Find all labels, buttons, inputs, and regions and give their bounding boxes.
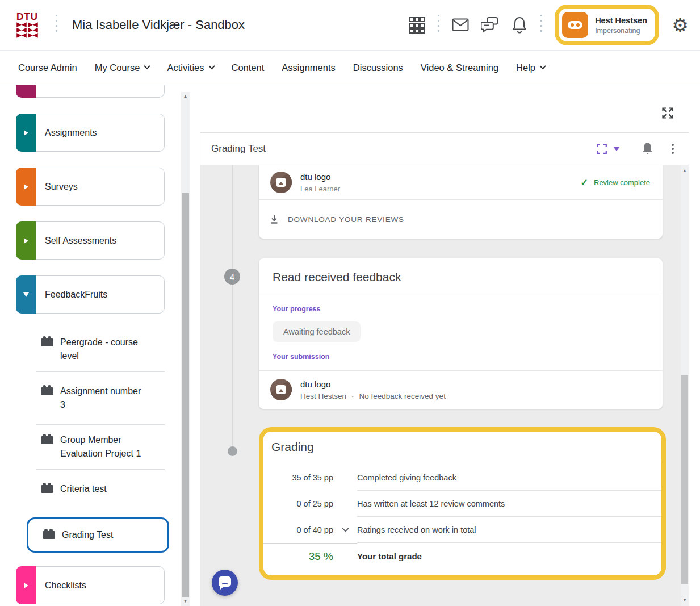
brick-icon bbox=[43, 531, 55, 539]
fullscreen-dropdown-button[interactable] bbox=[597, 144, 620, 154]
grading-card: Grading 35 of 35 pp Completed giving fee… bbox=[263, 432, 661, 575]
reviewee-name: Lea Learner bbox=[300, 185, 340, 193]
sidebar-card-label: Self Assessments bbox=[45, 236, 116, 246]
notification-bell-icon[interactable] bbox=[511, 16, 528, 34]
dtu-logo-text: DTU bbox=[16, 12, 38, 22]
more-options-kebab-icon[interactable] bbox=[669, 141, 676, 156]
header-divider-left bbox=[56, 15, 57, 35]
sidebar-card-feedbackfruits[interactable]: FeedbackFruits bbox=[16, 275, 165, 314]
sidebar-scrollbar[interactable]: ▲ ▼ bbox=[181, 92, 190, 606]
mail-icon[interactable] bbox=[452, 16, 469, 34]
main-content: Grading Test bbox=[191, 85, 700, 606]
sidebar-item-peergrade-course-level[interactable]: Peergrade - course level bbox=[36, 327, 165, 372]
sidebar-item-assignment-number-3[interactable]: Assignment number 3 bbox=[36, 372, 165, 425]
download-icon bbox=[270, 215, 279, 224]
total-grade-value: 35 % bbox=[263, 543, 333, 571]
sidebar-card-label: Checklists bbox=[45, 580, 86, 591]
sidebar-item-grading-test-selected[interactable]: Grading Test bbox=[27, 517, 169, 553]
panel-scrollbar[interactable]: ▲ ▼ bbox=[681, 165, 689, 606]
scrollbar-thumb[interactable] bbox=[681, 375, 688, 584]
collapse-arrow-icon[interactable] bbox=[16, 275, 36, 314]
sidebar-card-label: Surveys bbox=[45, 182, 78, 192]
sidebar-card-surveys[interactable]: Surveys bbox=[16, 168, 165, 206]
nav-discussions[interactable]: Discussions bbox=[353, 62, 403, 73]
header-actions: Hest Hestsen Impersonating ⚙ bbox=[408, 5, 689, 45]
impersonation-status: Impersonating bbox=[595, 27, 647, 35]
nav-course-admin[interactable]: Course Admin bbox=[18, 62, 77, 73]
settings-gear-icon[interactable]: ⚙ bbox=[672, 16, 689, 34]
dtu-logo-waves bbox=[16, 22, 39, 39]
criterion-description: Completed giving feedback bbox=[357, 465, 661, 491]
grading-step-marker bbox=[228, 446, 237, 456]
header-divider-icons-1 bbox=[438, 15, 439, 35]
chat-icon[interactable] bbox=[481, 16, 498, 34]
expand-arrow-icon[interactable] bbox=[16, 168, 36, 206]
sidebar-card-checklists[interactable]: Checklists bbox=[16, 566, 165, 604]
grading-row: 35 of 35 pp Completed giving feedback bbox=[263, 465, 661, 491]
sidebar-item-criteria-test[interactable]: Criteria test bbox=[36, 470, 165, 508]
expand-arrow-icon[interactable] bbox=[16, 566, 36, 604]
scrollbar-thumb[interactable] bbox=[182, 193, 189, 597]
sidebar-item-group-member-evaluation[interactable]: Group Member Evaluation Project 1 bbox=[36, 425, 165, 470]
nav-video-streaming[interactable]: Video & Streaming bbox=[421, 62, 498, 73]
timeline-line bbox=[232, 165, 233, 451]
expand-chevron-icon[interactable] bbox=[333, 517, 357, 543]
sidebar-card-label: FeedbackFruits bbox=[45, 290, 107, 300]
review-card: dtu logo Lea Learner ✓ Review complete bbox=[259, 165, 663, 239]
nav-content[interactable]: Content bbox=[232, 62, 265, 73]
points-value: 35 of 35 pp bbox=[263, 465, 333, 491]
own-submission-row[interactable]: dtu logo Hest Hestsen · No feedback rece… bbox=[259, 371, 663, 409]
sidebar-card-self-assessments[interactable]: Self Assessments bbox=[16, 221, 165, 260]
card-color-bar bbox=[16, 85, 36, 98]
dtu-logo[interactable]: DTU bbox=[14, 12, 41, 39]
body: Assignments Surveys Self Assessments Fee… bbox=[0, 85, 700, 606]
criterion-description: Ratings received on work in total bbox=[357, 517, 661, 543]
scrollbar-down-arrow[interactable]: ▼ bbox=[181, 597, 190, 606]
sidebar-card-partial[interactable] bbox=[16, 85, 165, 98]
impersonation-badge[interactable]: Hest Hestsen Impersonating bbox=[555, 5, 659, 45]
nav-help[interactable]: Help bbox=[516, 62, 545, 73]
check-icon: ✓ bbox=[581, 177, 588, 188]
submission-title: dtu logo bbox=[300, 172, 340, 182]
step-4-marker: 4 bbox=[224, 269, 240, 285]
user-name: Hest Hestsen bbox=[595, 15, 647, 27]
expand-fullscreen-icon[interactable] bbox=[660, 106, 675, 120]
scrollbar-down-arrow[interactable]: ▼ bbox=[681, 596, 689, 605]
panel-body: 4 dtu logo Lea Learner bbox=[200, 165, 689, 606]
panel-header: Grading Test bbox=[200, 133, 689, 165]
panel-title: Grading Test bbox=[211, 143, 266, 154]
app-root: DTU Mia Isabelle Vidkjær - Sandbox bbox=[0, 0, 700, 606]
chat-bubble-icon bbox=[219, 576, 231, 587]
submission-title: dtu logo bbox=[300, 379, 446, 389]
progress-chip: Awaiting feedback bbox=[273, 321, 361, 342]
scrollbar-up-arrow[interactable]: ▲ bbox=[681, 166, 689, 175]
feedbackfruits-panel: Grading Test bbox=[200, 132, 689, 606]
chat-launcher-button[interactable] bbox=[212, 570, 238, 596]
panel-bell-icon[interactable] bbox=[642, 142, 653, 156]
content-sidebar: Assignments Surveys Self Assessments Fee… bbox=[0, 85, 181, 606]
grading-row-expandable: 0 of 40 pp Ratings received on work in t… bbox=[263, 517, 661, 543]
fullscreen-icon bbox=[597, 144, 607, 154]
feedback-note: No feedback received yet bbox=[359, 392, 446, 400]
points-value: 0 of 25 pp bbox=[263, 491, 333, 517]
sidebar-card-label: Assignments bbox=[45, 128, 97, 138]
nav-activities[interactable]: Activities bbox=[167, 62, 213, 73]
expand-arrow-icon[interactable] bbox=[16, 221, 36, 260]
app-grid-icon[interactable] bbox=[408, 16, 425, 34]
reviewee-row[interactable]: dtu logo Lea Learner ✓ Review complete bbox=[259, 165, 663, 199]
grading-row: 0 of 25 pp Has written at least 12 revie… bbox=[263, 491, 661, 517]
points-value: 0 of 40 pp bbox=[263, 517, 333, 543]
scrollbar-up-arrow[interactable]: ▲ bbox=[181, 92, 190, 101]
course-navbar: Course Admin My Course Activities Conten… bbox=[0, 51, 700, 85]
sidebar-card-assignments[interactable]: Assignments bbox=[16, 114, 165, 152]
submitter-name: Hest Hestsen bbox=[300, 392, 346, 400]
expand-arrow-icon[interactable] bbox=[16, 114, 36, 152]
download-reviews-button[interactable]: DOWNLOAD YOUR REVIEWS bbox=[259, 200, 663, 239]
brick-icon bbox=[41, 485, 53, 493]
top-header: DTU Mia Isabelle Vidkjær - Sandbox bbox=[0, 0, 700, 51]
nav-my-course[interactable]: My Course bbox=[95, 62, 150, 73]
nav-assignments[interactable]: Assignments bbox=[282, 62, 335, 73]
chevron-down-icon bbox=[539, 62, 546, 69]
mask-icon bbox=[568, 21, 582, 29]
header-divider-icons-2 bbox=[540, 15, 542, 35]
